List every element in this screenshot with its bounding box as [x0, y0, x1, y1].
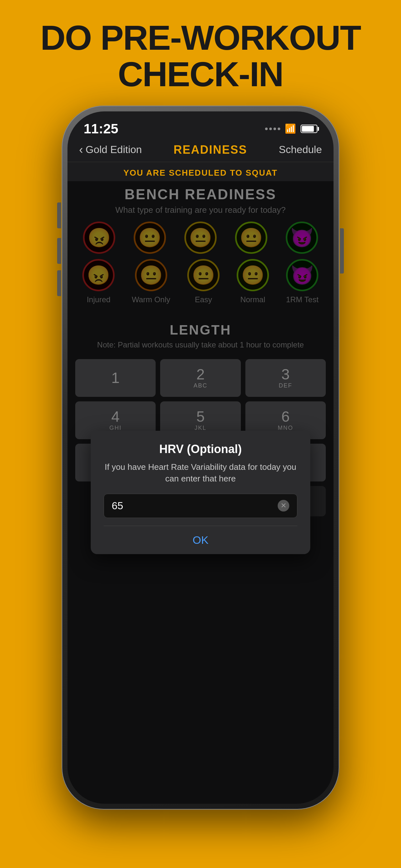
wifi-icon: 📶	[285, 123, 296, 134]
status-bar: 11:25 📶	[67, 112, 334, 140]
hrv-clear-button[interactable]: ✕	[278, 500, 289, 512]
signal-icon	[265, 128, 280, 130]
status-time: 11:25	[84, 121, 118, 136]
screen-content: BENCH READINESS What type of training ar…	[67, 181, 334, 804]
hrv-input-field[interactable]: 65 ✕	[104, 494, 297, 518]
phone-screen: 11:25 📶 ‹ G	[67, 112, 334, 804]
schedule-banner: YOU ARE SCHEDULED TO SQUAT	[67, 162, 334, 181]
phone-frame: 11:25 📶 ‹ G	[62, 105, 339, 810]
chevron-left-icon: ‹	[79, 143, 83, 157]
modal-description: If you have Heart Rate Variability data …	[104, 461, 297, 485]
nav-back-label: Gold Edition	[86, 144, 142, 156]
nav-bar: ‹ Gold Edition READINESS Schedule	[67, 140, 334, 162]
modal-overlay: HRV (Optional) If you have Heart Rate Va…	[67, 181, 334, 804]
hrv-modal: HRV (Optional) If you have Heart Rate Va…	[91, 431, 310, 554]
phone-outer: 11:25 📶 ‹ G	[62, 105, 339, 810]
hrv-input-value: 65	[112, 500, 123, 512]
battery-fill	[302, 126, 314, 132]
nav-title: READINESS	[174, 143, 247, 157]
modal-ok-button[interactable]: OK	[104, 526, 297, 554]
nav-back-button[interactable]: ‹ Gold Edition	[79, 143, 142, 157]
battery-icon	[301, 125, 317, 133]
page-header: DO PRE-WORKOUT CHECK-IN	[14, 0, 387, 105]
header-title: DO PRE-WORKOUT CHECK-IN	[40, 20, 361, 93]
status-icons: 📶	[265, 123, 317, 134]
modal-title: HRV (Optional)	[104, 442, 297, 456]
nav-schedule-button[interactable]: Schedule	[279, 144, 322, 156]
